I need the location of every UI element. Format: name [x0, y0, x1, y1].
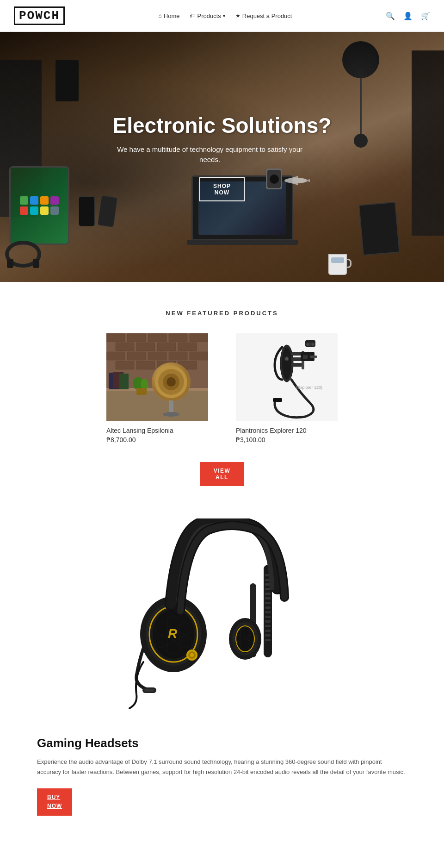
svg-text:(Explorer 120): (Explorer 120)	[296, 385, 322, 390]
decor-notebook	[358, 202, 400, 256]
svg-rect-87	[265, 616, 271, 618]
hero-heading: Electronic Solutions?	[113, 113, 332, 138]
svg-rect-18	[127, 352, 146, 360]
hero-content: Electronic Solutions? We have a multitud…	[113, 113, 332, 201]
svg-rect-16	[178, 343, 197, 351]
svg-text:R: R	[168, 626, 178, 641]
svg-point-96	[235, 625, 255, 653]
product-price-2: ₱3,100.00	[236, 436, 338, 443]
speaker-svg	[106, 333, 208, 421]
chevron-down-icon: ▾	[223, 13, 225, 19]
home-icon: ⌂	[159, 12, 162, 19]
svg-rect-48	[291, 363, 303, 367]
decor-phones	[79, 196, 116, 226]
header-actions: 🔍 👤 🛒	[386, 12, 430, 20]
svg-rect-57	[303, 355, 308, 359]
svg-rect-83	[265, 597, 271, 599]
user-icon[interactable]: 👤	[403, 12, 413, 20]
svg-point-55	[312, 343, 314, 346]
product-image-2: (Explorer 120)	[236, 333, 338, 421]
svg-rect-88	[265, 620, 271, 623]
buy-now-button[interactable]: BUY NOW	[37, 788, 72, 815]
svg-rect-23	[136, 361, 155, 369]
product-card-2[interactable]: (Explorer 120) Plantronics Explorer 120 …	[236, 333, 338, 443]
promo-heading: Gaming Headsets	[37, 736, 407, 750]
svg-point-54	[306, 343, 309, 346]
product-name-2: Plantronics Explorer 120	[236, 427, 338, 434]
svg-rect-11	[169, 333, 187, 342]
svg-rect-91	[265, 634, 271, 637]
svg-rect-89	[265, 625, 271, 627]
site-header: POWCH ⌂ Home 🏷 Products ▾ ★ Request a Pr…	[0, 0, 444, 32]
svg-rect-58	[310, 356, 317, 358]
svg-rect-30	[119, 374, 129, 389]
products-grid: Altec Lansing Epsilonia ₱8,700.00	[23, 333, 421, 443]
svg-rect-84	[265, 602, 271, 604]
svg-point-40	[166, 377, 176, 387]
product-image-1	[106, 333, 208, 421]
svg-point-51	[285, 357, 288, 360]
svg-rect-34	[136, 388, 147, 395]
decor-right-block	[412, 50, 444, 236]
promo-text: Gaming Headsets Experience the audio adv…	[0, 727, 444, 825]
decor-hub	[56, 60, 79, 101]
star-icon: ★	[235, 12, 240, 19]
svg-point-76	[190, 653, 194, 657]
product-name-1: Altec Lansing Epsilonia	[106, 427, 208, 434]
svg-rect-103	[144, 689, 154, 692]
svg-rect-10	[148, 333, 166, 342]
hero-section: Electronic Solutions? We have a multitud…	[0, 32, 444, 282]
svg-rect-21	[190, 352, 208, 360]
featured-products-section: NEW FEATURED PRODUCTS	[0, 282, 444, 505]
svg-rect-82	[265, 593, 271, 595]
decor-mug	[328, 254, 352, 268]
svg-rect-1	[7, 259, 13, 268]
search-icon[interactable]: 🔍	[386, 12, 395, 20]
svg-rect-90	[265, 630, 271, 632]
svg-rect-59	[273, 398, 282, 402]
svg-point-45	[282, 347, 291, 380]
headset-image-container: R	[0, 505, 444, 727]
svg-rect-15	[157, 343, 176, 351]
headset-image: R	[111, 518, 333, 713]
site-logo[interactable]: POWCH	[14, 6, 65, 25]
svg-rect-9	[127, 333, 146, 342]
view-all-container: VIEW ALL	[23, 462, 421, 486]
main-nav: ⌂ Home 🏷 Products ▾ ★ Request a Product	[159, 12, 292, 19]
svg-rect-19	[148, 352, 166, 360]
svg-rect-14	[136, 343, 155, 351]
cart-icon[interactable]: 🛒	[421, 12, 430, 20]
nav-products[interactable]: 🏷 Products ▾	[190, 12, 225, 19]
svg-rect-2	[33, 259, 39, 268]
shop-now-button[interactable]: SHOP NOW	[199, 177, 245, 201]
hero-subtext: We have a multitude of technology equipm…	[113, 144, 307, 165]
svg-rect-8	[106, 333, 125, 342]
view-all-button[interactable]: VIEW ALL	[200, 462, 245, 486]
nav-home[interactable]: ⌂ Home	[159, 12, 180, 19]
svg-rect-92	[265, 639, 271, 641]
nav-request[interactable]: ★ Request a Product	[235, 12, 292, 19]
svg-rect-22	[116, 361, 134, 369]
charger-svg: (Explorer 120)	[236, 333, 338, 421]
product-card-1[interactable]: Altec Lansing Epsilonia ₱8,700.00	[106, 333, 208, 443]
decor-lamp	[342, 41, 379, 148]
tag-icon: 🏷	[190, 12, 195, 19]
product-price-1: ₱8,700.00	[106, 436, 208, 443]
svg-rect-13	[116, 343, 134, 351]
svg-rect-85	[265, 606, 271, 609]
promo-description: Experience the audio advantage of Dolby …	[37, 757, 407, 777]
svg-rect-20	[169, 352, 187, 360]
featured-title: NEW FEATURED PRODUCTS	[23, 310, 421, 317]
svg-rect-86	[265, 611, 271, 613]
decor-tablet	[9, 166, 69, 245]
svg-rect-12	[190, 333, 208, 342]
svg-rect-17	[106, 352, 125, 360]
svg-point-42	[163, 412, 179, 417]
decor-headphones	[5, 240, 42, 273]
promo-section: R	[0, 505, 444, 843]
